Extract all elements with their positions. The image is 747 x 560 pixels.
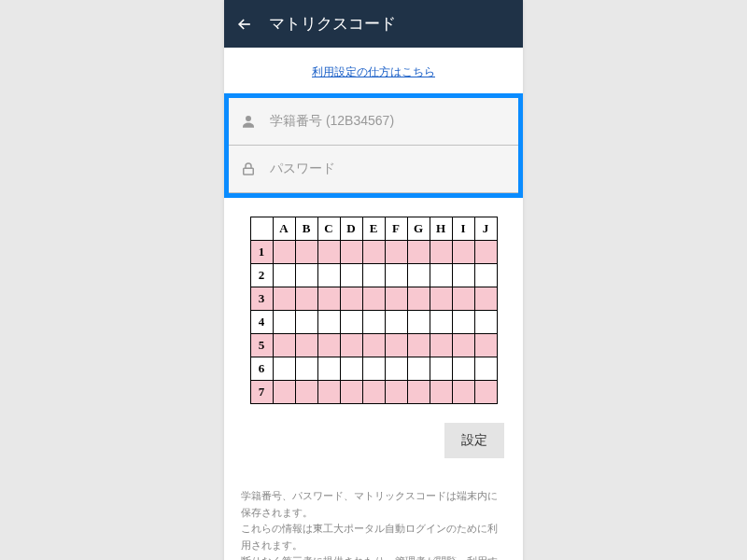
password-field[interactable]: パスワード xyxy=(229,146,518,193)
matrix-cell[interactable] xyxy=(362,357,385,381)
matrix-cell[interactable] xyxy=(340,241,362,264)
matrix-cell[interactable] xyxy=(317,334,340,357)
matrix-row-header: 6 xyxy=(250,357,273,381)
matrix-cell[interactable] xyxy=(385,381,407,404)
matrix-cell[interactable] xyxy=(273,264,295,287)
disclaimer-line: 学籍番号、パスワード、マトリックスコードは端末内に保存されます。 xyxy=(241,488,506,521)
matrix-table[interactable]: A B C D E F G H I J 1 2 3 xyxy=(250,217,498,404)
matrix-cell[interactable] xyxy=(362,334,385,357)
matrix-cell[interactable] xyxy=(295,334,317,357)
matrix-col-header: H xyxy=(430,217,452,241)
matrix-cell[interactable] xyxy=(362,241,385,264)
matrix-col-header: E xyxy=(362,217,385,241)
matrix-cell[interactable] xyxy=(362,264,385,287)
matrix-cell[interactable] xyxy=(362,287,385,311)
matrix-cell[interactable] xyxy=(317,357,340,381)
matrix-cell[interactable] xyxy=(295,264,317,287)
back-arrow-icon[interactable] xyxy=(235,15,254,34)
matrix-cell[interactable] xyxy=(452,264,474,287)
matrix-cell[interactable] xyxy=(474,381,497,404)
matrix-cell[interactable] xyxy=(452,311,474,334)
matrix-cell[interactable] xyxy=(474,241,497,264)
matrix-cell[interactable] xyxy=(407,334,430,357)
password-placeholder: パスワード xyxy=(270,161,335,177)
matrix-cell[interactable] xyxy=(273,381,295,404)
person-icon xyxy=(240,113,257,130)
matrix-cell[interactable] xyxy=(452,381,474,404)
matrix-cell[interactable] xyxy=(273,334,295,357)
matrix-cell[interactable] xyxy=(340,334,362,357)
matrix-cell[interactable] xyxy=(430,357,452,381)
matrix-cell[interactable] xyxy=(407,381,430,404)
matrix-col-header: F xyxy=(385,217,407,241)
matrix-cell[interactable] xyxy=(273,287,295,311)
matrix-cell[interactable] xyxy=(317,381,340,404)
matrix-cell[interactable] xyxy=(385,357,407,381)
matrix-cell[interactable] xyxy=(430,311,452,334)
matrix-cell[interactable] xyxy=(340,381,362,404)
matrix-cell[interactable] xyxy=(385,264,407,287)
matrix-cell[interactable] xyxy=(430,241,452,264)
matrix-cell[interactable] xyxy=(317,287,340,311)
matrix-row: 3 xyxy=(250,287,497,311)
matrix-cell[interactable] xyxy=(407,311,430,334)
matrix-col-header: I xyxy=(452,217,474,241)
matrix-row-header: 4 xyxy=(250,311,273,334)
settings-button[interactable]: 設定 xyxy=(444,423,504,458)
matrix-cell[interactable] xyxy=(430,381,452,404)
matrix-cell[interactable] xyxy=(273,241,295,264)
matrix-row: 6 xyxy=(250,357,497,381)
matrix-header-row: A B C D E F G H I J xyxy=(250,217,497,241)
matrix-cell[interactable] xyxy=(474,357,497,381)
matrix-cell[interactable] xyxy=(273,357,295,381)
matrix-cell[interactable] xyxy=(407,287,430,311)
matrix-cell[interactable] xyxy=(385,334,407,357)
matrix-col-header: G xyxy=(407,217,430,241)
matrix-cell[interactable] xyxy=(317,241,340,264)
matrix-cell[interactable] xyxy=(295,381,317,404)
matrix-cell[interactable] xyxy=(295,241,317,264)
matrix-cell[interactable] xyxy=(340,357,362,381)
matrix-row-header: 5 xyxy=(250,334,273,357)
matrix-cell[interactable] xyxy=(385,287,407,311)
matrix-row: 1 xyxy=(250,241,497,264)
matrix-row: 4 xyxy=(250,311,497,334)
matrix-cell[interactable] xyxy=(273,311,295,334)
matrix-cell[interactable] xyxy=(452,334,474,357)
matrix-cell[interactable] xyxy=(474,311,497,334)
matrix-cell[interactable] xyxy=(385,241,407,264)
matrix-cell[interactable] xyxy=(452,357,474,381)
matrix-cell[interactable] xyxy=(452,287,474,311)
student-id-field[interactable]: 学籍番号 (12B34567) xyxy=(229,98,518,146)
matrix-cell[interactable] xyxy=(340,264,362,287)
matrix-cell[interactable] xyxy=(362,311,385,334)
disclaimer-line: 断りなく第三者に提供されたり、管理者が閲覧、利用することはありません xyxy=(241,553,506,560)
matrix-cell[interactable] xyxy=(295,311,317,334)
matrix-cell[interactable] xyxy=(430,287,452,311)
matrix-row: 2 xyxy=(250,264,497,287)
matrix-row: 7 xyxy=(250,381,497,404)
matrix-cell[interactable] xyxy=(452,241,474,264)
matrix-cell[interactable] xyxy=(407,264,430,287)
matrix-cell[interactable] xyxy=(430,334,452,357)
matrix-cell[interactable] xyxy=(295,357,317,381)
matrix-cell[interactable] xyxy=(317,264,340,287)
matrix-cell[interactable] xyxy=(362,381,385,404)
matrix-cell[interactable] xyxy=(385,311,407,334)
matrix-cell[interactable] xyxy=(317,311,340,334)
matrix-cell[interactable] xyxy=(340,311,362,334)
matrix-cell[interactable] xyxy=(340,287,362,311)
matrix-cell[interactable] xyxy=(474,287,497,311)
app-container: マトリクスコード 利用設定の仕方はこちら 学籍番号 (12B34567) パスワ… xyxy=(224,0,523,560)
matrix-cell[interactable] xyxy=(474,334,497,357)
svg-rect-1 xyxy=(244,168,254,175)
matrix-corner xyxy=(250,217,273,241)
matrix-row-header: 1 xyxy=(250,241,273,264)
matrix-row-header: 2 xyxy=(250,264,273,287)
matrix-cell[interactable] xyxy=(295,287,317,311)
help-link[interactable]: 利用設定の仕方はこちら xyxy=(312,65,435,78)
matrix-cell[interactable] xyxy=(407,241,430,264)
matrix-cell[interactable] xyxy=(474,264,497,287)
matrix-cell[interactable] xyxy=(430,264,452,287)
matrix-cell[interactable] xyxy=(407,357,430,381)
